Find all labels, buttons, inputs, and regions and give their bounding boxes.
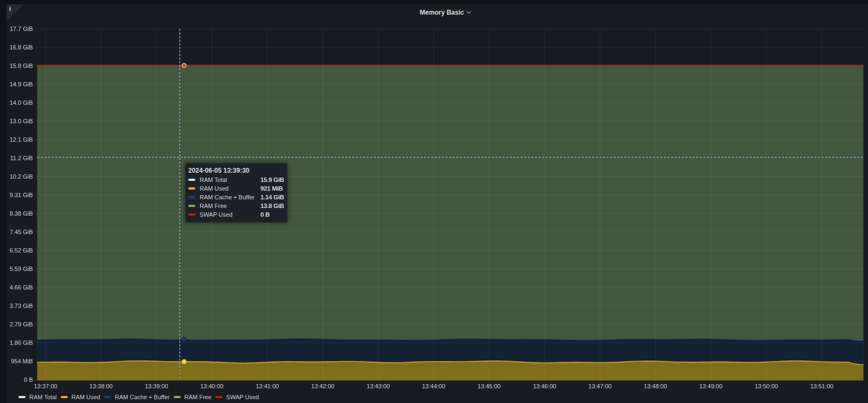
svg-text:13:42:00: 13:42:00 <box>311 383 335 389</box>
svg-text:13.0 GiB: 13.0 GiB <box>10 118 33 124</box>
svg-text:13:40:00: 13:40:00 <box>200 383 224 389</box>
svg-text:8.38 GiB: 8.38 GiB <box>10 210 33 217</box>
svg-text:14.0 GiB: 14.0 GiB <box>10 99 33 106</box>
svg-text:13:44:00: 13:44:00 <box>422 383 445 389</box>
svg-text:3.73 GiB: 3.73 GiB <box>10 303 33 309</box>
svg-text:13:47:00: 13:47:00 <box>589 383 612 389</box>
svg-text:10.2 GiB: 10.2 GiB <box>10 173 33 180</box>
svg-text:13:43:00: 13:43:00 <box>367 383 390 389</box>
svg-text:13:51:00: 13:51:00 <box>810 383 833 389</box>
svg-text:13:48:00: 13:48:00 <box>644 383 667 389</box>
svg-text:13:41:00: 13:41:00 <box>256 383 279 389</box>
svg-text:1.86 GiB: 1.86 GiB <box>10 339 33 346</box>
svg-text:9.31 GiB: 9.31 GiB <box>10 192 33 198</box>
svg-text:5.59 GiB: 5.59 GiB <box>10 266 33 272</box>
svg-text:2.79 GiB: 2.79 GiB <box>10 321 33 328</box>
svg-text:13:45:00: 13:45:00 <box>477 383 501 389</box>
svg-text:12.1 GiB: 12.1 GiB <box>10 136 33 143</box>
svg-text:954 MiB: 954 MiB <box>11 358 33 364</box>
svg-text:13:49:00: 13:49:00 <box>699 383 723 389</box>
svg-text:13:46:00: 13:46:00 <box>533 383 556 389</box>
svg-text:17.7 GiB: 17.7 GiB <box>10 26 33 32</box>
svg-text:13:37:00: 13:37:00 <box>34 383 58 389</box>
svg-text:0 B: 0 B <box>24 376 33 383</box>
svg-text:13:50:00: 13:50:00 <box>755 383 778 389</box>
svg-text:13:39:00: 13:39:00 <box>145 383 168 389</box>
svg-text:11.2 GiB: 11.2 GiB <box>10 155 33 161</box>
svg-text:6.52 GiB: 6.52 GiB <box>10 247 33 254</box>
svg-text:7.45 GiB: 7.45 GiB <box>10 229 33 235</box>
svg-text:15.8 GiB: 15.8 GiB <box>10 62 33 69</box>
svg-text:16.8 GiB: 16.8 GiB <box>10 44 33 51</box>
svg-text:14.9 GiB: 14.9 GiB <box>10 81 33 87</box>
svg-text:4.66 GiB: 4.66 GiB <box>10 284 33 291</box>
svg-text:13:38:00: 13:38:00 <box>90 383 113 389</box>
